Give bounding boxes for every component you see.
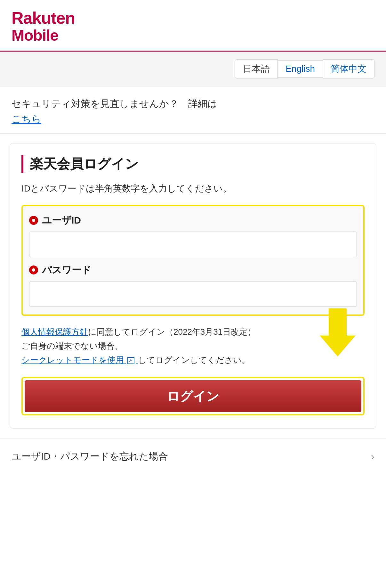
login-button[interactable]: ログイン — [25, 380, 361, 412]
secret-mode-link-text: シークレットモードを使用 — [21, 355, 124, 365]
user-id-label-row: ユーザID — [29, 214, 357, 227]
external-link-icon — [127, 357, 134, 364]
logo-rakuten: Rakuten — [12, 9, 374, 27]
chevron-right-icon: › — [371, 451, 374, 462]
forgot-credentials-link[interactable]: ユーザID・パスワードを忘れた場合 › — [0, 438, 386, 475]
secret-mode-link[interactable]: シークレットモードを使用 — [21, 355, 138, 365]
privacy-policy-link[interactable]: 個人情報保護方針 — [21, 327, 88, 337]
form-area: ユーザID パスワード — [21, 205, 365, 316]
security-notice-link[interactable]: こちら — [12, 114, 41, 124]
user-id-label: ユーザID — [42, 214, 81, 227]
required-icon-password — [29, 265, 38, 274]
required-icon-userid — [29, 216, 38, 225]
logo-mobile: Mobile — [12, 27, 374, 44]
consent-text-4: してログインしてください。 — [138, 355, 250, 365]
user-id-group: ユーザID — [29, 214, 357, 257]
lang-english-button[interactable]: English — [278, 60, 323, 78]
forgot-credentials-text: ユーザID・パスワードを忘れた場合 — [12, 450, 168, 463]
arrow-annotation — [318, 308, 357, 358]
logo: Rakuten Mobile — [12, 9, 374, 44]
password-label: パスワード — [42, 264, 91, 277]
security-notice-text: セキュリティ対策を見直しませんか？ 詳細は — [12, 98, 217, 109]
language-bar: 日本語 English 简体中文 — [0, 52, 386, 86]
password-input[interactable] — [29, 281, 357, 307]
header: Rakuten Mobile — [0, 0, 386, 52]
login-title: 楽天会員ログイン — [21, 155, 365, 173]
login-button-wrapper: ログイン — [21, 377, 365, 415]
password-label-row: パスワード — [29, 264, 357, 277]
password-group: パスワード — [29, 264, 357, 307]
login-card: 楽天会員ログイン IDとパスワードは半角英数字を入力してください。 ユーザID … — [10, 143, 376, 429]
security-notice: セキュリティ対策を見直しませんか？ 詳細は こちら — [0, 86, 386, 134]
lang-japanese-button[interactable]: 日本語 — [235, 59, 278, 78]
login-subtitle: IDとパスワードは半角英数字を入力してください。 — [21, 182, 365, 195]
lang-chinese-button[interactable]: 简体中文 — [323, 59, 374, 78]
svg-marker-0 — [320, 308, 356, 356]
consent-text: 個人情報保護方針に同意してログイン（2022年3月31日改定） ご自身の端末でな… — [21, 325, 365, 367]
user-id-input[interactable] — [29, 232, 357, 257]
consent-text-3: ご自身の端末でない場合、 — [21, 341, 123, 351]
consent-text-2: に同意してログイン（2022年3月31日改定） — [88, 327, 256, 337]
